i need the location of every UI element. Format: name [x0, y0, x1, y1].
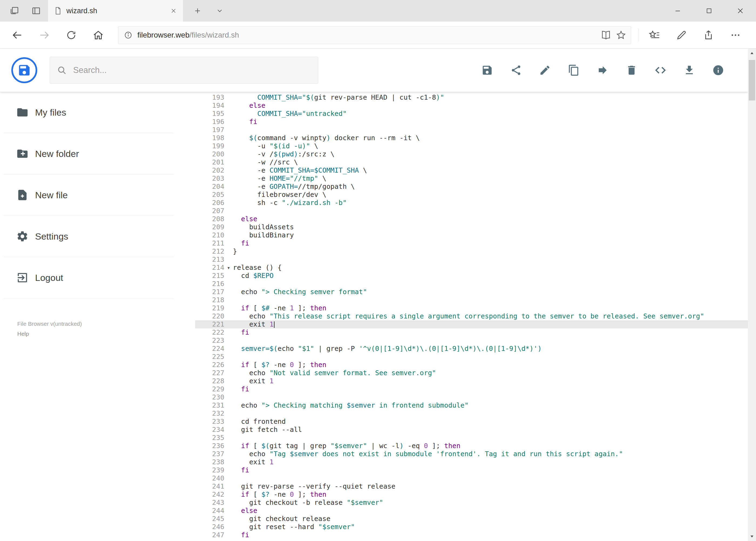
home-icon[interactable]	[85, 24, 112, 46]
code-line[interactable]: 245 git checkout release	[195, 515, 748, 523]
code-line[interactable]: 229 fi	[195, 385, 748, 393]
code-line[interactable]: 230	[195, 393, 748, 401]
browser-tab[interactable]: wizard.sh	[48, 0, 183, 22]
code-line[interactable]: 225	[195, 353, 748, 361]
download-icon[interactable]	[681, 62, 697, 78]
code-line[interactable]: 195 COMMIT_SHA="untracked"	[195, 110, 748, 118]
code-line[interactable]: 200 -v /$(pwd):/src:z \	[195, 150, 748, 158]
delete-icon[interactable]	[624, 62, 640, 78]
copy-icon[interactable]	[566, 62, 582, 78]
code-line[interactable]: 240	[195, 474, 748, 482]
code-line[interactable]: 244 else	[195, 507, 748, 515]
code-line[interactable]: 209 buildAssets	[195, 223, 748, 231]
url-text[interactable]: filebrowser.web/files/wizard.sh	[137, 31, 599, 39]
code-line[interactable]: 197	[195, 126, 748, 134]
code-icon[interactable]	[652, 62, 668, 78]
reading-view-icon[interactable]	[599, 28, 614, 43]
help-link[interactable]: Help	[17, 329, 82, 339]
minimize-button[interactable]	[662, 0, 693, 22]
code-line[interactable]: 216	[195, 280, 748, 288]
set-tabs-aside-icon[interactable]	[6, 3, 22, 18]
code-line[interactable]: 211 fi	[195, 239, 748, 248]
back-icon[interactable]	[4, 24, 31, 46]
code-line[interactable]: 208 else	[195, 215, 748, 223]
share-icon[interactable]	[508, 62, 524, 78]
code-line[interactable]: 232	[195, 409, 748, 417]
tab-close-icon[interactable]	[170, 7, 177, 14]
edit-icon[interactable]	[537, 62, 553, 78]
code-line[interactable]: 222 fi	[195, 328, 748, 336]
code-line[interactable]: 226 if [ $? -ne 0 ]; then	[195, 361, 748, 369]
code-editor[interactable]: 193 COMMIT_SHA="$(git rev-parse HEAD | c…	[195, 92, 748, 541]
code-line[interactable]: 231 echo "> Checking matching $semver in…	[195, 401, 748, 409]
favorite-star-icon[interactable]	[614, 28, 629, 43]
address-bar[interactable]: filebrowser.web/files/wizard.sh	[118, 26, 631, 44]
code-line[interactable]: 236 if [ $(git tag | grep "$semver" | wc…	[195, 442, 748, 450]
code-line[interactable]: 239 fi	[195, 466, 748, 474]
code-line[interactable]: 213	[195, 256, 748, 264]
forward-icon[interactable]	[31, 24, 58, 46]
code-line[interactable]: 220 echo "This release script requires a…	[195, 312, 748, 320]
scrollbar-thumb[interactable]	[749, 60, 755, 101]
code-line[interactable]: 199 -u "$(id -u)" \	[195, 142, 748, 150]
code-line[interactable]: 242 if [ $? -ne 0 ]; then	[195, 490, 748, 499]
code-line[interactable]: 237 echo "Tag $semver does not exist in …	[195, 450, 748, 458]
scroll-up-icon[interactable]	[748, 49, 756, 58]
code-line[interactable]: 201 -w //src \	[195, 158, 748, 166]
code-line[interactable]: 234 git fetch --all	[195, 426, 748, 434]
code-line[interactable]: 228 exit 1	[195, 377, 748, 385]
code-line[interactable]: 205 filebrowser/dev \	[195, 191, 748, 199]
code-line[interactable]: 243 git checkout -b release "$semver"	[195, 499, 748, 507]
code-line[interactable]: 210 buildBinary	[195, 231, 748, 239]
info-icon[interactable]	[710, 62, 726, 78]
code-line[interactable]: 202 -e COMMIT_SHA=$COMMIT_SHA \	[195, 166, 748, 175]
code-line[interactable]: 196 fi	[195, 118, 748, 126]
code-line[interactable]: 217 echo "> Checking semver format"	[195, 288, 748, 296]
code-line[interactable]: 207	[195, 207, 748, 215]
sidebar-item-new-folder[interactable]: New folder	[4, 133, 173, 175]
more-icon[interactable]	[722, 24, 749, 46]
scroll-down-icon[interactable]	[748, 532, 756, 541]
code-line[interactable]: 193 COMMIT_SHA="$(git rev-parse HEAD | c…	[195, 94, 748, 102]
maximize-button[interactable]	[693, 0, 725, 22]
search-bar[interactable]	[50, 57, 318, 84]
code-line[interactable]: 212}	[195, 248, 748, 256]
code-line[interactable]: 246 git reset --hard "$semver"	[195, 523, 748, 531]
code-line[interactable]: 219 if [ $# -ne 1 ]; then	[195, 304, 748, 312]
filebrowser-logo[interactable]	[11, 57, 37, 83]
code-line[interactable]: 233 cd frontend	[195, 417, 748, 426]
code-line[interactable]: 214▾release () {	[195, 264, 748, 272]
sidebar-item-settings[interactable]: Settings	[4, 216, 173, 257]
fold-arrow-icon[interactable]: ▾	[224, 264, 233, 272]
code-line[interactable]: 241 git rev-parse --verify --quiet relea…	[195, 482, 748, 490]
chevron-down-icon[interactable]	[212, 3, 227, 18]
code-line[interactable]: 238 exit 1	[195, 458, 748, 466]
close-button[interactable]	[725, 0, 756, 22]
share-page-icon[interactable]	[695, 24, 722, 46]
code-line[interactable]: 215 cd $REPO	[195, 272, 748, 280]
code-line[interactable]: 235	[195, 434, 748, 442]
code-line[interactable]: 247 fi	[195, 531, 748, 539]
code-line[interactable]: 221 exit 1	[195, 320, 748, 328]
sidebar-item-new-file[interactable]: New file	[4, 175, 173, 216]
code-line[interactable]: 224 semver=$(echo "$1" | grep -P '^v(0|[…	[195, 345, 748, 353]
save-icon[interactable]	[479, 62, 495, 78]
new-tab-button[interactable]	[190, 3, 205, 18]
search-input[interactable]	[73, 65, 311, 75]
site-info-icon[interactable]	[121, 28, 136, 43]
code-line[interactable]: 194 else	[195, 102, 748, 110]
move-icon[interactable]	[595, 62, 611, 78]
web-note-pen-icon[interactable]	[668, 24, 695, 46]
code-line[interactable]: 198 $(command -v winpty) docker run --rm…	[195, 134, 748, 142]
tab-preview-icon[interactable]	[29, 3, 44, 18]
code-line[interactable]: 203 -e HOME="//tmp" \	[195, 175, 748, 183]
code-line[interactable]: 218	[195, 296, 748, 304]
vertical-scrollbar[interactable]	[748, 49, 756, 541]
code-line[interactable]: 204 -e GOPATH=//tmp/gopath \	[195, 183, 748, 191]
code-line[interactable]: 227 echo "Not valid semver format. See s…	[195, 369, 748, 377]
favorites-hub-icon[interactable]	[641, 24, 668, 46]
code-line[interactable]: 206 sh -c "./wizard.sh -b"	[195, 199, 748, 207]
sidebar-item-logout[interactable]: Logout	[4, 257, 173, 298]
code-line[interactable]: 223	[195, 336, 748, 345]
refresh-icon[interactable]	[58, 24, 85, 46]
